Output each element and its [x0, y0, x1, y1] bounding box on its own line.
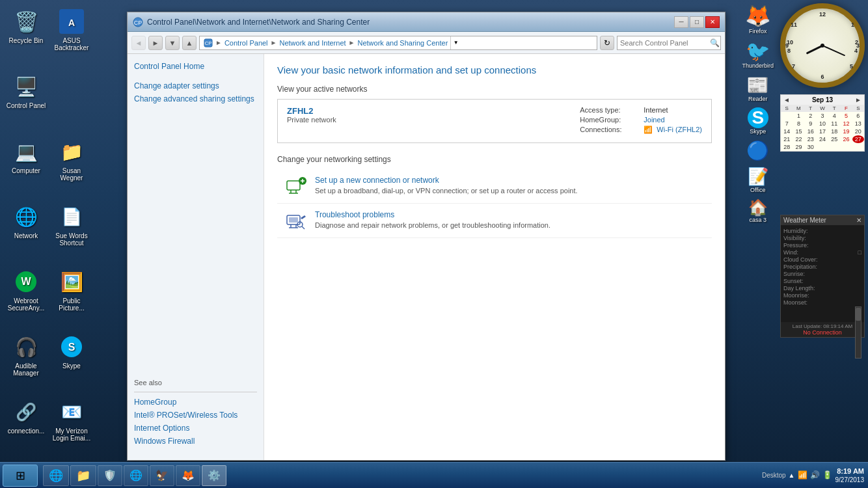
sidebar-links: Change adapter settings Change advanced …: [134, 81, 257, 107]
homegroup-value[interactable]: Joined: [644, 116, 664, 124]
taskbar-clock[interactable]: 8:19 AM 9/27/2013: [835, 467, 865, 484]
svg-text:CP: CP: [134, 20, 142, 26]
weather-widget: Weather Meter ✕ Humidity: Visibility: Pr…: [780, 215, 865, 338]
network-type: Private network: [287, 116, 336, 124]
icon-computer[interactable]: 💻 Computer: [3, 133, 49, 198]
troubleshoot-text: Troubleshoot problems Diagnose and repai…: [315, 210, 550, 229]
tray-network[interactable]: 📶: [798, 470, 808, 480]
icon-connection[interactable]: 🔗 connection...: [3, 394, 49, 459]
sidebar-change-advanced[interactable]: Change advanced sharing settings: [134, 94, 257, 103]
window-app-icon: CP: [133, 17, 143, 27]
new-connection-item: Set up a new connection or network Set u…: [277, 169, 712, 204]
sidebar-change-adapter[interactable]: Change adapter settings: [134, 81, 257, 90]
start-area: ⊞: [0, 465, 40, 487]
svg-text:A: A: [68, 18, 75, 28]
refresh-button[interactable]: ↻: [600, 36, 614, 50]
show-more-icon[interactable]: ▲: [789, 472, 795, 479]
clock-minute-hand: [822, 45, 846, 56]
svg-rect-18: [289, 217, 298, 223]
icon-casa[interactable]: 🏠 casa 3: [742, 198, 774, 223]
taskbar-explorer[interactable]: 📁: [70, 465, 96, 486]
close-button[interactable]: ✕: [705, 16, 720, 28]
cal-prev[interactable]: ◄: [783, 96, 790, 103]
taskbar-apps: 🌐 📁 🛡️ 🌐 🦅 🦊 ⚙️: [40, 465, 758, 486]
icon-reader[interactable]: 📰 Reader: [742, 74, 774, 102]
sidebar-homegroup[interactable]: HomeGroup: [134, 398, 257, 407]
weather-close[interactable]: ✕: [856, 217, 861, 224]
breadcrumb-sharing-center[interactable]: Network and Sharing Center: [358, 39, 448, 47]
sidebar-internet-options[interactable]: Internet Options: [134, 424, 257, 433]
active-networks-header: View your active networks: [277, 85, 712, 94]
minimize-button[interactable]: ─: [674, 16, 688, 28]
new-connection-icon: [286, 176, 307, 197]
see-also-section: See also HomeGroup Intel® PROSet/Wireles…: [134, 379, 257, 452]
search-box: 🔍: [617, 36, 721, 50]
desktop: 🗑️ Recycle Bin A ASUS Backtracker 🖥️ Con…: [0, 0, 868, 488]
networking-items: Set up a new connection or network Set u…: [277, 169, 712, 238]
taskbar-firefox[interactable]: 🦊: [176, 465, 200, 486]
right-app-icons: 🦊 Firefox 🐦 Thunderbird 📰 Reader S Skype…: [742, 3, 774, 223]
search-input[interactable]: [620, 39, 710, 47]
systray-icons: 📶 🔊 🔋: [798, 470, 833, 480]
tray-battery[interactable]: 🔋: [822, 470, 833, 480]
address-dropdown[interactable]: ▼: [450, 36, 461, 49]
icon-webroot[interactable]: W Webroot SecureAny...: [3, 264, 49, 329]
start-button[interactable]: ⊞: [3, 465, 38, 487]
troubleshoot-item: Troubleshoot problems Diagnose and repai…: [277, 204, 712, 238]
forward-button[interactable]: ►: [148, 36, 163, 50]
address-icon: CP: [204, 38, 213, 47]
window-titlebar: CP Control Panel\Network and Internet\Ne…: [128, 12, 725, 32]
taskbar-ie[interactable]: 🌐: [43, 465, 69, 486]
icon-verizon[interactable]: 📧 My Verizon Login Emai...: [49, 394, 94, 459]
icon-firefox-right[interactable]: 🦊 Firefox: [742, 3, 774, 34]
new-connection-title[interactable]: Set up a new connection or network: [315, 176, 578, 185]
breadcrumb-network-internet[interactable]: Network and Internet: [279, 39, 346, 47]
taskbar-mozilla[interactable]: 🦅: [150, 465, 174, 486]
icon-sue-words[interactable]: 📄 Sue Words Shortcut: [49, 198, 94, 264]
window-controls: ─ □ ✕: [674, 16, 720, 28]
svg-text:W: W: [21, 276, 31, 287]
troubleshoot-title[interactable]: Troubleshoot problems: [315, 210, 550, 219]
tray-speaker[interactable]: 🔊: [810, 470, 821, 480]
icon-control-panel[interactable]: 🖥️ Control Panel: [3, 68, 49, 133]
access-type-value: Internet: [644, 106, 668, 114]
taskbar: ⊞ 🌐 📁 🛡️ 🌐 🦅 🦊 ⚙️: [0, 462, 868, 488]
icon-office[interactable]: 📝 Office: [742, 167, 774, 193]
desktop-icon-grid: 🗑️ Recycle Bin A ASUS Backtracker 🖥️ Con…: [0, 0, 104, 455]
taskbar-antivirus[interactable]: 🛡️: [98, 465, 122, 486]
troubleshoot-icon: [286, 210, 307, 231]
taskbar-control-panel[interactable]: ⚙️: [202, 465, 226, 486]
breadcrumb-control-panel[interactable]: Control Panel: [224, 39, 268, 47]
sidebar-intel-proset[interactable]: Intel® PROSet/Wireless Tools: [134, 411, 257, 420]
icon-susan-wegner[interactable]: 📁 Susan Wegner: [49, 133, 94, 198]
icon-thunderbird[interactable]: 🐦 Thunderbird: [742, 40, 774, 69]
new-connection-desc: Set up a broadband, dial-up, or VPN conn…: [315, 187, 578, 195]
cal-next[interactable]: ►: [855, 96, 861, 103]
wifi-connection[interactable]: 📶 Wi-Fi (ZFHL2): [644, 126, 702, 134]
icon-chrome[interactable]: 🔵: [742, 140, 774, 161]
active-networks-box: ZFHL2 Private network Access type: Inter…: [277, 99, 712, 143]
sidebar-home-link[interactable]: Control Panel Home: [134, 62, 257, 71]
sidebar-windows-firewall[interactable]: Windows Firewall: [134, 437, 257, 446]
icon-skype-right[interactable]: S Skype: [742, 107, 774, 135]
icon-audible-manager[interactable]: 🎧 Audible Manager: [3, 329, 49, 394]
icon-public-pictures[interactable]: 🖼️ Public Picture...: [49, 264, 94, 329]
network-details: Access type: Internet HomeGroup: Joined …: [580, 106, 702, 136]
back-button[interactable]: ◄: [131, 36, 146, 50]
icon-recycle-bin[interactable]: 🗑️ Recycle Bin: [3, 3, 49, 68]
sidebar: Control Panel Home Change adapter settin…: [128, 54, 264, 460]
up-button[interactable]: ▲: [182, 36, 197, 50]
maximize-button[interactable]: □: [690, 16, 704, 28]
main-content: View your basic network information and …: [264, 54, 725, 460]
icon-asus[interactable]: A ASUS Backtracker: [49, 3, 94, 68]
network-identity: ZFHL2 Private network: [287, 106, 336, 124]
icon-network[interactable]: 🌐 Network: [3, 198, 49, 264]
icon-skype[interactable]: S Skype: [49, 329, 94, 394]
search-button[interactable]: 🔍: [710, 37, 720, 49]
clock-center: [821, 44, 824, 47]
svg-rect-10: [287, 181, 300, 190]
taskbar-desktop-label: Desktop: [762, 472, 786, 479]
svg-line-23: [302, 226, 305, 229]
recent-button[interactable]: ▼: [165, 36, 180, 50]
taskbar-network-icon[interactable]: 🌐: [124, 465, 148, 486]
